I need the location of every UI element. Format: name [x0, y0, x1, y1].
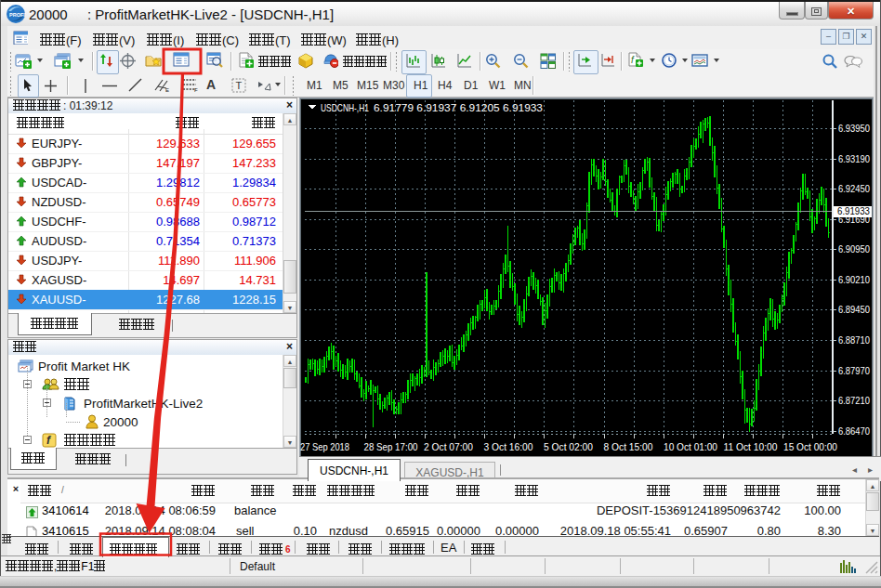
svg-text:T: T [236, 80, 243, 91]
svg-text:15 Oct 00:00: 15 Oct 00:00 [783, 441, 837, 452]
svg-text:6.93190: 6.93190 [838, 153, 870, 164]
svg-text:6.87970: 6.87970 [838, 365, 870, 376]
svg-text:6.92450: 6.92450 [838, 183, 870, 194]
svg-text:2 Oct 07:00: 2 Oct 07:00 [424, 441, 473, 452]
svg-text:E: E [165, 87, 169, 92]
svg-text:8 Oct 15:00: 8 Oct 15:00 [604, 441, 653, 452]
svg-text:27 Sep 2018: 27 Sep 2018 [300, 441, 349, 452]
svg-text:28 Sep 17:00: 28 Sep 17:00 [364, 441, 418, 452]
svg-text:6.91779 6.91937 6.91205 6.9193: 6.91779 6.91937 6.91205 6.91933 [374, 102, 543, 113]
svg-text:6.86470: 6.86470 [838, 425, 870, 437]
svg-text:6.87210: 6.87210 [838, 395, 870, 406]
svg-text:6.88710: 6.88710 [838, 334, 870, 346]
svg-text:6.93950: 6.93950 [838, 123, 870, 134]
svg-text:PROFIT: PROFIT [9, 12, 26, 18]
svg-text:USDCNH-,H1: USDCNH-,H1 [321, 102, 369, 113]
svg-text:6.90950: 6.90950 [838, 243, 870, 255]
svg-text:3 Oct 16:00: 3 Oct 16:00 [484, 441, 533, 452]
svg-text:11 Oct 10:00: 11 Oct 10:00 [724, 441, 778, 452]
svg-text:5 Oct 02:00: 5 Oct 02:00 [544, 441, 593, 452]
svg-text:10 Oct 01:00: 10 Oct 01:00 [664, 441, 717, 452]
svg-text:F: F [194, 87, 198, 92]
svg-text:6.90210: 6.90210 [838, 274, 870, 285]
svg-text:6.89450: 6.89450 [838, 304, 870, 315]
svg-text:6.91933: 6.91933 [837, 205, 870, 216]
